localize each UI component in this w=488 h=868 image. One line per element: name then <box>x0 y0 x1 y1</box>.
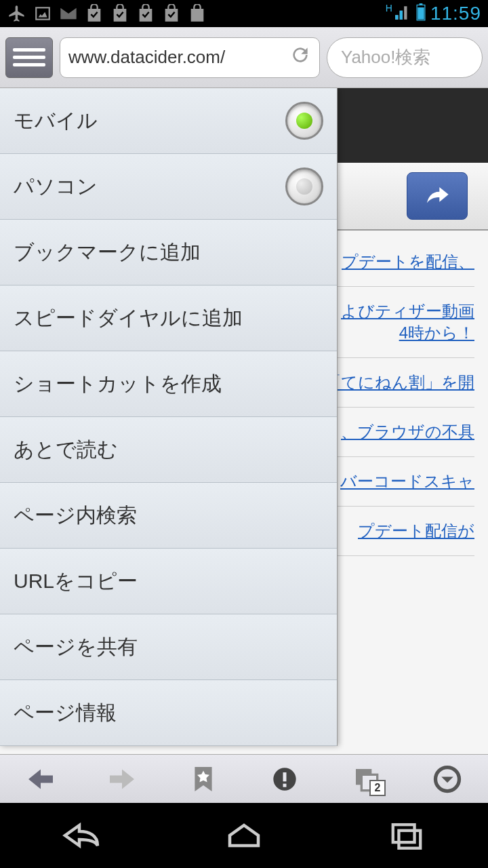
bookmark-star-icon[interactable] <box>186 762 220 796</box>
browser-toolbar: www.datacider.com/ Yahoo!検索 <box>0 27 488 88</box>
browser-bottom-toolbar: 2 <box>0 754 488 803</box>
share-arrow-icon <box>424 183 451 210</box>
menu-item-create-shortcut[interactable]: ショートカットを作成 <box>0 351 337 417</box>
status-bar: H 11:59 <box>0 0 488 27</box>
svg-rect-10 <box>393 825 415 842</box>
svg-rect-11 <box>399 831 420 848</box>
radio-selected-icon <box>285 102 323 140</box>
bag-check-icon <box>161 3 182 24</box>
bag-check-icon <box>136 3 156 24</box>
menu-item-label: あとで読む <box>14 436 118 464</box>
svg-rect-3 <box>418 7 424 20</box>
nav-home-button[interactable] <box>203 815 285 856</box>
battery-icon <box>415 3 426 24</box>
menu-item-copy-url[interactable]: URLをコピー <box>0 549 337 614</box>
svg-rect-0 <box>36 7 49 19</box>
search-bar[interactable]: Yahoo!検索 <box>327 37 483 78</box>
menu-item-label: ページ情報 <box>14 699 117 727</box>
menu-item-find-in-page[interactable]: ページ内検索 <box>0 483 337 549</box>
url-bar[interactable]: www.datacider.com/ <box>60 37 320 78</box>
menu-item-add-bookmark[interactable]: ブックマークに追加 <box>0 220 337 285</box>
menu-item-label: スピードダイヤルに追加 <box>14 304 243 332</box>
tab-count-badge: 2 <box>369 780 386 796</box>
menu-item-add-speeddial[interactable]: スピードダイヤルに追加 <box>0 285 337 351</box>
mail-icon <box>58 3 79 24</box>
menu-item-mobile[interactable]: モバイル <box>0 88 337 154</box>
airplane-mute-icon <box>7 3 27 24</box>
menu-button[interactable] <box>5 37 53 78</box>
signal-type-label: H <box>386 3 392 14</box>
menu-item-label: ショートカットを作成 <box>14 370 222 398</box>
android-nav-bar <box>0 803 488 868</box>
dropdown-circle-icon[interactable] <box>430 762 464 796</box>
back-icon[interactable] <box>24 762 58 796</box>
share-button[interactable] <box>407 172 468 220</box>
menu-item-label: URLをコピー <box>14 568 138 595</box>
status-icons-left <box>7 3 207 24</box>
nav-recent-button[interactable] <box>366 815 447 856</box>
menu-item-desktop[interactable]: パソコン <box>0 154 337 220</box>
menu-item-share-page[interactable]: ページを共有 <box>0 614 337 680</box>
search-placeholder: Yahoo!検索 <box>341 45 430 69</box>
forward-icon[interactable] <box>105 762 139 796</box>
radio-unselected-icon <box>285 167 323 205</box>
menu-item-read-later[interactable]: あとで読む <box>0 417 337 483</box>
svg-rect-5 <box>283 772 287 781</box>
status-icons-right: H 11:59 <box>386 3 481 24</box>
context-menu: モバイル パソコン ブックマークに追加 スピードダイヤルに追加 ショートカットを… <box>0 88 338 746</box>
signal-icon <box>394 3 411 24</box>
image-icon <box>33 3 53 24</box>
menu-item-label: モバイル <box>14 107 98 135</box>
bag-check-icon <box>84 3 104 24</box>
tabs-icon[interactable]: 2 <box>349 762 383 796</box>
menu-item-label: ページ内検索 <box>14 502 137 530</box>
bag-check-icon <box>110 3 130 24</box>
url-text: www.datacider.com/ <box>68 47 289 68</box>
menu-item-label: パソコン <box>14 173 98 201</box>
menu-item-page-info[interactable]: ページ情報 <box>0 680 337 746</box>
reload-icon[interactable] <box>289 44 311 71</box>
menu-item-label: ブックマークに追加 <box>14 239 201 267</box>
bag-icon <box>187 3 207 24</box>
svg-rect-6 <box>283 783 287 787</box>
alert-icon[interactable] <box>268 762 302 796</box>
nav-back-button[interactable] <box>41 815 122 856</box>
menu-item-label: ページを共有 <box>14 633 138 661</box>
page-content-area: プデートを配信、 よびティザー動画 4時から！ 「てにねん割」を開 、ブラウザの… <box>0 88 488 777</box>
status-clock: 11:59 <box>430 3 481 24</box>
